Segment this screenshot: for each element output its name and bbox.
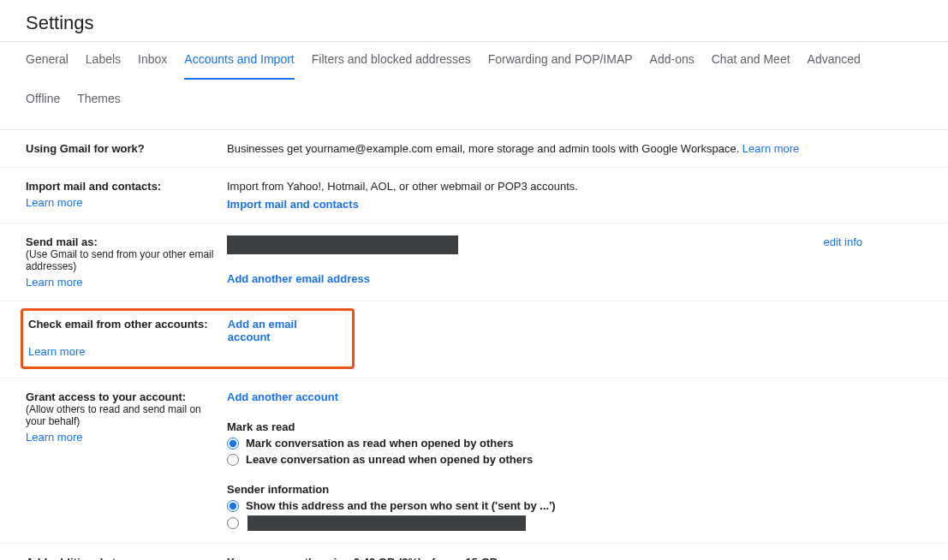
section-import-mail: Import mail and contacts: Learn more Imp…: [0, 168, 948, 223]
add-another-account-link[interactable]: Add another account: [227, 390, 922, 403]
redacted-sender-option: [247, 515, 526, 531]
sendas-learn-more-link[interactable]: Learn more: [26, 276, 82, 289]
check-email-learn-more-link[interactable]: Learn more: [28, 345, 85, 358]
add-another-email-link[interactable]: Add another email address: [227, 272, 922, 285]
tab-chat-and-meet[interactable]: Chat and Meet: [712, 52, 790, 80]
label-send-mail-as: Send mail as:: [26, 235, 218, 248]
import-desc: Import from Yahoo!, Hotmail, AOL, or oth…: [227, 180, 922, 193]
storage-usage: You are currently using 0.49 GB (3%) of …: [227, 556, 922, 560]
radio-sender-option2[interactable]: [227, 517, 239, 529]
edit-info-link[interactable]: edit info: [823, 235, 862, 248]
radio-mark-read-label: Mark conversation as read when opened by…: [246, 437, 514, 450]
radio-leave-unread[interactable]: [227, 454, 239, 466]
import-mail-contacts-link[interactable]: Import mail and contacts: [227, 198, 922, 211]
settings-header: Settings: [0, 0, 948, 42]
tab-themes[interactable]: Themes: [77, 92, 121, 117]
page-title: Settings: [26, 12, 948, 34]
tab-accounts-and-import[interactable]: Accounts and Import: [184, 52, 294, 80]
section-grant-access: Grant access to your account: (Allow oth…: [0, 378, 948, 544]
radio-mark-read[interactable]: [227, 438, 239, 450]
radio-show-address[interactable]: [227, 500, 239, 512]
tab-advanced[interactable]: Advanced: [808, 52, 861, 80]
mark-as-read-title: Mark as read: [227, 420, 922, 433]
settings-tabs: GeneralLabelsInboxAccounts and ImportFil…: [0, 42, 948, 130]
tab-general[interactable]: General: [26, 52, 69, 80]
import-learn-more-link[interactable]: Learn more: [26, 196, 82, 209]
label-using-gmail-work: Using Gmail for work?: [26, 142, 145, 155]
label-import-mail: Import mail and contacts:: [26, 180, 218, 193]
workspace-learn-more-link[interactable]: Learn more: [742, 142, 799, 155]
radio-leave-unread-label: Leave conversation as unread when opened…: [246, 453, 533, 466]
section-using-gmail-work: Using Gmail for work? Businesses get you…: [0, 130, 948, 168]
tab-offline[interactable]: Offline: [26, 92, 60, 117]
redacted-email-address: [227, 235, 458, 254]
label-grant-access: Grant access to your account:: [26, 390, 218, 403]
workspace-desc: Businesses get yourname@example.com emai…: [227, 142, 742, 155]
label-additional-storage: Add additional storage:: [26, 556, 218, 560]
section-send-mail-as: Send mail as: (Use Gmail to send from yo…: [0, 223, 948, 301]
add-email-account-link[interactable]: Add an email account: [228, 318, 342, 343]
tab-labels[interactable]: Labels: [86, 52, 121, 80]
label-send-mail-sub: (Use Gmail to send from your other email…: [26, 248, 218, 272]
radio-show-address-label: Show this address and the person who sen…: [246, 499, 556, 512]
tab-add-ons[interactable]: Add-ons: [650, 52, 695, 80]
label-grant-access-sub: (Allow others to read and send mail on y…: [26, 403, 218, 427]
grant-access-learn-more-link[interactable]: Learn more: [26, 431, 82, 444]
label-check-email: Check email from other accounts:: [28, 318, 228, 343]
sender-info-title: Sender information: [227, 483, 922, 496]
tab-forwarding-and-pop-imap[interactable]: Forwarding and POP/IMAP: [488, 52, 633, 80]
section-additional-storage: Add additional storage: You are currentl…: [0, 544, 948, 560]
highlighted-check-email-section: Check email from other accounts: Add an …: [21, 308, 355, 369]
tab-filters-and-blocked-addresses[interactable]: Filters and blocked addresses: [312, 52, 471, 80]
tab-inbox[interactable]: Inbox: [138, 52, 167, 80]
